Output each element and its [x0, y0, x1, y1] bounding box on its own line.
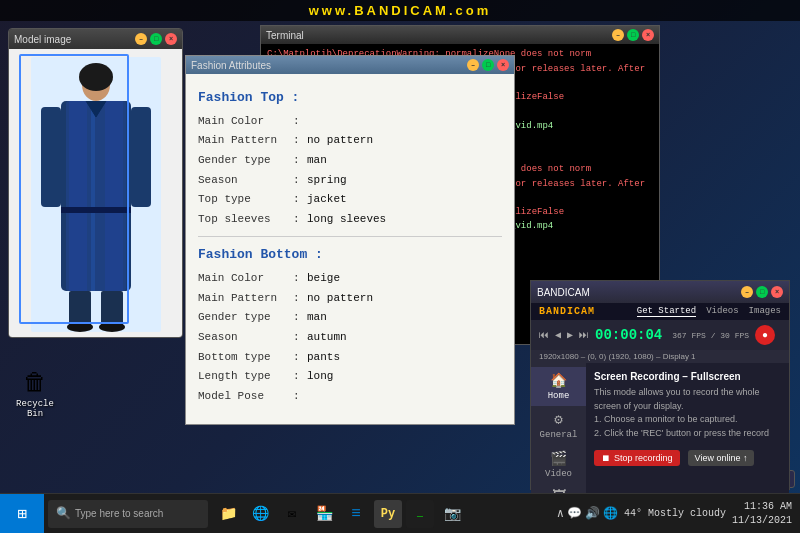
fashion-value-main-pattern-top: no pattern [307, 132, 373, 150]
bandicam-watermark: www.BANDICAM.com [0, 0, 800, 21]
bandicam-nav-general[interactable]: ⚙ General [531, 406, 586, 445]
svg-point-11 [67, 322, 93, 332]
fashion-row-bottom-pattern: Main Pattern : no pattern [198, 290, 502, 308]
bandicam-tab-getstarted[interactable]: Get Started [637, 306, 696, 317]
taskbar-icon-email[interactable]: ✉ [278, 500, 306, 528]
bandicam-stop-label: Stop recording [614, 453, 673, 463]
fashion-maximize-button[interactable]: □ [482, 59, 494, 71]
svg-point-12 [99, 322, 125, 332]
fashion-value-gender-bottom: man [307, 309, 327, 327]
fashion-row-bottom-gender: Gender type : man [198, 309, 502, 327]
fashion-row-top-color: Main Color : [198, 113, 502, 131]
bandicam-nav-label-home: Home [548, 391, 570, 401]
taskbar-time[interactable]: 11:36 AM 11/13/2021 [732, 500, 792, 528]
fashion-label-main-pattern-top: Main Pattern [198, 132, 293, 150]
bandicam-timer: 00:00:04 [595, 327, 662, 343]
tray-chat-icon[interactable]: 💬 [567, 506, 582, 521]
bandicam-section-title: Screen Recording – Fullscreen [594, 371, 781, 382]
taskbar-icons: 📁 🌐 ✉ 🏪 ≡ Py _ 📷 [214, 500, 466, 528]
fashion-window-title: Fashion Attributes [191, 60, 271, 71]
svg-rect-14 [131, 107, 151, 207]
svg-rect-6 [69, 101, 87, 291]
start-button[interactable]: ⊞ [0, 494, 44, 534]
tray-volume-icon[interactable]: 🔊 [585, 506, 600, 521]
fashion-value-length-type: long [307, 368, 333, 386]
svg-rect-8 [61, 207, 131, 213]
bandicam-nav-label-video: Video [545, 469, 572, 479]
taskbar-search[interactable]: 🔍 Type here to search [48, 500, 208, 528]
svg-rect-7 [105, 101, 123, 291]
bandicam-stop-button[interactable]: ⏹ Stop recording [594, 450, 680, 466]
fashion-minimize-button[interactable]: – [467, 59, 479, 71]
bandicam-nav-label-general: General [540, 430, 578, 440]
maximize-button[interactable]: □ [150, 33, 162, 45]
bandicam-step2: 2. Click the 'REC' button or press the r… [594, 427, 781, 441]
fashion-value-top-type: jacket [307, 191, 347, 209]
bandicam-nav-home[interactable]: 🏠 Home [531, 367, 586, 406]
bandicam-nav-video[interactable]: 🎬 Video [531, 445, 586, 484]
bandicam-controls-icons: ⏮ ◀ ▶ ⏭ [539, 329, 589, 341]
desktop: www.BANDICAM.com Model image – □ × [0, 0, 800, 533]
resolution-bar: 1920x1080 – (0, 0) (1920, 1080) – Displa… [531, 350, 789, 363]
bandicam-tab-videos[interactable]: Videos [706, 306, 738, 317]
search-icon: 🔍 [56, 506, 71, 521]
bandicam-fps: 367 FPS / 30 FPS [672, 331, 749, 340]
taskbar-icon-camera[interactable]: 📷 [438, 500, 466, 528]
bandicam-header-tabs: Get Started Videos Images [637, 306, 781, 317]
fashion-row-bottom-length: Length type : long [198, 368, 502, 386]
taskbar-time-line1: 11:36 AM [732, 500, 792, 514]
bandicam-view-button[interactable]: View online ↑ [688, 450, 755, 466]
fashion-window-controls: – □ × [467, 59, 509, 71]
taskbar-icon-file-explorer[interactable]: 📁 [214, 500, 242, 528]
bandicam-close-button[interactable]: × [771, 286, 783, 298]
bandicam-title: BANDICAM [537, 287, 590, 298]
taskbar-icon-terminal-app[interactable]: _ [406, 500, 434, 528]
fashion-row-bottom-season: Season : autumn [198, 329, 502, 347]
fashion-label-main-color-bottom: Main Color [198, 270, 293, 288]
fashion-label-gender-bottom: Gender type [198, 309, 293, 327]
fashion-row-top-pattern: Main Pattern : no pattern [198, 132, 502, 150]
svg-point-2 [79, 63, 113, 91]
close-button[interactable]: × [165, 33, 177, 45]
home-icon: 🏠 [550, 372, 567, 389]
fashion-content: Fashion Top : Main Color : Main Pattern … [186, 74, 514, 424]
fashion-close-button[interactable]: × [497, 59, 509, 71]
taskbar-icon-browser[interactable]: 🌐 [246, 500, 274, 528]
tray-expand-icon[interactable]: ∧ [557, 506, 564, 521]
terminal-minimize-button[interactable]: – [612, 29, 624, 41]
minimize-button[interactable]: – [135, 33, 147, 45]
bandicam-maximize-button[interactable]: □ [756, 286, 768, 298]
model-window-controls: – □ × [135, 33, 177, 45]
windows-icon: ⊞ [17, 504, 27, 524]
taskbar: ⊞ 🔍 Type here to search 📁 🌐 ✉ 🏪 ≡ Py _ 📷… [0, 493, 800, 533]
taskbar-right: ∧ 💬 🔊 🌐 44° Mostly cloudy 11:36 AM 11/13… [549, 494, 800, 534]
bandicam-minimize-button[interactable]: – [741, 286, 753, 298]
bandicam-rec-button[interactable]: ● [755, 325, 775, 345]
desktop-icon-recyclebin[interactable]: 🗑 Recycle Bin [5, 365, 65, 422]
fashion-label-season-top: Season [198, 172, 293, 190]
fashion-row-bottom-color: Main Color : beige [198, 270, 502, 288]
window-fashion: Fashion Attributes – □ × Fashion Top : M… [185, 55, 515, 425]
fashion-divider [198, 236, 502, 237]
taskbar-icon-store[interactable]: 🏪 [310, 500, 338, 528]
fashion-row-top-type: Top type : jacket [198, 191, 502, 209]
desktop-icons: 🗑 Recycle Bin [5, 5, 65, 422]
tray-network-icon[interactable]: 🌐 [603, 506, 618, 521]
bandicam-tab-images[interactable]: Images [749, 306, 781, 317]
taskbar-icon-python[interactable]: Py [374, 500, 402, 528]
fashion-row-model-pose: Model Pose : [198, 388, 502, 406]
fashion-label-main-color-top: Main Color [198, 113, 293, 131]
bandicam-view-label: View online ↑ [695, 453, 748, 463]
fashion-label-top-type: Top type [198, 191, 293, 209]
terminal-close-button[interactable]: × [642, 29, 654, 41]
svg-rect-10 [101, 291, 123, 327]
fashion-label-top-sleeves: Top sleeves [198, 211, 293, 229]
fashion-value-main-color-bottom: beige [307, 270, 340, 288]
fashion-value-gender-top: man [307, 152, 327, 170]
terminal-maximize-button[interactable]: □ [627, 29, 639, 41]
taskbar-icon-vscode[interactable]: ≡ [342, 500, 370, 528]
video-icon: 🎬 [550, 450, 567, 467]
stop-icon: ⏹ [601, 453, 610, 463]
fashion-top-title: Fashion Top : [198, 88, 502, 109]
svg-rect-9 [69, 291, 91, 327]
